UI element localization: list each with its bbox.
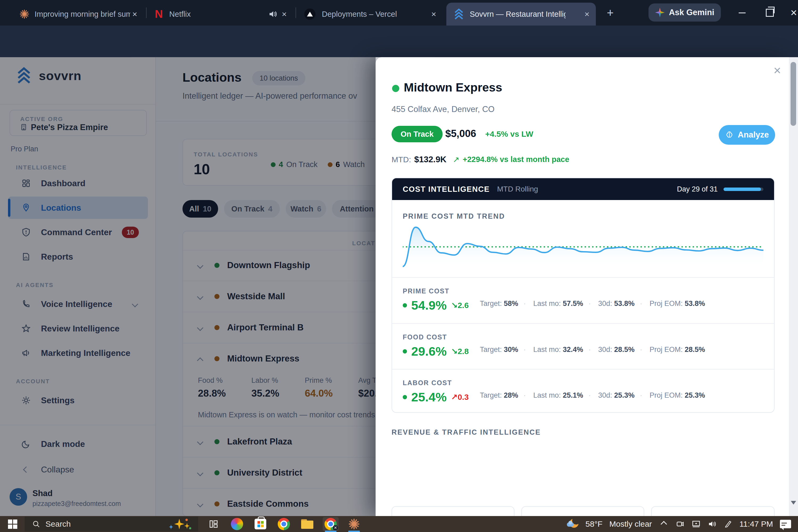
tab-sovvrn-active[interactable]: Sovvrn — Restaurant Intellig ×: [446, 3, 596, 25]
pinned-app-chrome[interactable]: [276, 517, 292, 531]
tray-chevron-up-icon[interactable]: [661, 521, 667, 527]
day-progress-track: [723, 188, 763, 191]
cost-intelligence-card: COST INTELLIGENCE MTD Rolling Day 29 of …: [392, 178, 775, 413]
delta-up-icon: ↗0.3: [451, 392, 469, 402]
tab-close-icon[interactable]: ×: [282, 9, 287, 19]
cost-title: COST INTELLIGENCE: [403, 185, 490, 194]
metric-dot: [403, 395, 407, 399]
running-app-claude[interactable]: [346, 517, 362, 531]
ask-gemini-button[interactable]: Ask Gemini: [648, 3, 721, 22]
window-close-button[interactable]: ×: [785, 5, 798, 20]
tab-close-icon[interactable]: ×: [431, 9, 436, 19]
window-minimize-button[interactable]: [734, 5, 750, 20]
tab-divider: [146, 7, 147, 18]
metric-row-food-cost: FOOD COST 29.6%↘2.8 Target: 30%· Last mo…: [392, 323, 774, 369]
panel-title: Midtown Express: [404, 81, 502, 94]
metric-row-prime-cost: PRIME COST 54.9%↘2.6 Target: 58%· Last m…: [392, 277, 774, 324]
weather-icon: [567, 519, 578, 529]
metric-stats: Target: 58%· Last mo: 57.5%· 30d: 53.8%·…: [480, 300, 705, 308]
day-progress-fill: [723, 188, 761, 191]
active-app-indicator: [348, 531, 360, 532]
tab-title: Netflix: [169, 10, 191, 19]
vercel-triangle-icon: [304, 8, 316, 20]
location-detail-panel: × Midtown Express 455 Colfax Ave, Denver…: [376, 57, 789, 516]
panel-close-button[interactable]: ×: [774, 63, 781, 78]
mtd-row: MTD: $132.9K ↗ +2294.8% vs last month pa…: [392, 155, 569, 165]
tab-divider: [296, 7, 296, 18]
delta-down-icon: ↘2.6: [451, 301, 469, 310]
restore-icon: [766, 9, 774, 17]
tab-close-icon[interactable]: ×: [584, 9, 589, 19]
camera-privacy-icon[interactable]: [676, 519, 685, 529]
mtd-pace: +2294.8% vs last month pace: [462, 155, 569, 164]
tab-title: Sovvrn — Restaurant Intellig: [470, 10, 566, 19]
today-revenue: $5,006: [445, 128, 476, 139]
gemini-icon: [655, 8, 665, 17]
mtd-value: $132.9K: [414, 155, 446, 165]
netflix-n-icon: N: [155, 8, 163, 20]
metric-dot: [403, 349, 407, 354]
modal-scrim[interactable]: [0, 57, 376, 516]
speaker-icon[interactable]: [707, 519, 717, 529]
new-tab-button[interactable]: +: [603, 6, 617, 20]
active-app-indicator: [325, 531, 337, 532]
status-dot-green: [392, 85, 399, 92]
tab-title: Improving morning brief sum: [35, 10, 130, 19]
revenue-section-header: REVENUE & TRAFFIC INTELLIGENCE: [392, 428, 541, 437]
window-restore-button[interactable]: [761, 5, 778, 20]
analyze-button[interactable]: Analyze: [719, 125, 775, 145]
tab-claude[interactable]: Improving morning brief sum ×: [13, 3, 144, 25]
vs-last-week: +4.5% vs LW: [485, 130, 533, 138]
scrollbar-down-arrow[interactable]: [791, 501, 796, 505]
pinned-app-store[interactable]: [252, 517, 268, 531]
panel-address: 455 Colfax Ave, Denver, CO: [392, 104, 494, 114]
tab-audio-icon[interactable]: [268, 10, 277, 19]
pen-icon[interactable]: [723, 519, 733, 529]
prime-cost-trend-chart: [403, 223, 763, 269]
tab-close-icon[interactable]: ×: [132, 9, 137, 19]
metric-row-labor-cost: LABOR COST 25.4%↗0.3 Target: 28%· Last m…: [392, 369, 774, 412]
start-button[interactable]: [8, 519, 17, 529]
minimize-icon: [739, 13, 746, 13]
tab-netflix[interactable]: N Netflix ×: [148, 3, 293, 25]
claude-starburst-icon: [20, 10, 29, 19]
weather-condition[interactable]: Mostly clear: [609, 519, 652, 529]
brain-icon: [725, 130, 734, 139]
status-badge: On Track: [392, 126, 443, 142]
taskbar-search[interactable]: Search: [25, 517, 198, 531]
search-label: Search: [45, 519, 71, 529]
trend-up-icon: ↗: [453, 155, 459, 164]
browser-toolbar: ↻ sovvrn.vercel.app/locations G <> ✕ Wor…: [0, 25, 798, 57]
clock[interactable]: 11:47 PM: [740, 519, 773, 529]
cost-card-header: COST INTELLIGENCE MTD Rolling Day 29 of …: [392, 178, 774, 200]
windows-taskbar: Search ✕ 58°F Mostly clear: [0, 516, 798, 532]
cost-mode: MTD Rolling: [497, 185, 538, 193]
sovvrn-chevrons-icon: [454, 8, 464, 20]
browser-tab-strip: Improving morning brief sum × N Netflix …: [0, 0, 798, 25]
tab-title: Deployments – Vercel: [322, 10, 397, 19]
scrollbar-thumb[interactable]: [791, 62, 796, 126]
search-icon: [32, 520, 40, 528]
delta-down-icon: ↘2.8: [451, 347, 469, 356]
ask-gemini-label: Ask Gemini: [669, 8, 715, 17]
tab-vercel[interactable]: Deployments – Vercel ×: [298, 3, 443, 25]
day-counter: Day 29 of 31: [677, 185, 718, 193]
task-view-button[interactable]: [206, 517, 222, 531]
running-app-chrome-active[interactable]: ✕: [323, 517, 339, 531]
scrollbar-track[interactable]: [789, 57, 798, 516]
pinned-app-file-explorer[interactable]: [299, 517, 315, 531]
notification-center-icon[interactable]: [780, 520, 791, 528]
pinned-app-photos[interactable]: [229, 517, 245, 531]
weather-temp[interactable]: 58°F: [586, 519, 603, 529]
copilot-sparkle-icon: [168, 518, 192, 530]
metric-stats: Target: 28%· Last mo: 25.1%· 30d: 25.3%·…: [480, 391, 705, 400]
metric-dot: [403, 303, 407, 307]
screen-share-icon[interactable]: [691, 519, 701, 529]
metric-stats: Target: 30%· Last mo: 32.4%· 30d: 28.5%·…: [480, 345, 705, 354]
trend-label: PRIME COST MTD TREND: [403, 212, 505, 221]
